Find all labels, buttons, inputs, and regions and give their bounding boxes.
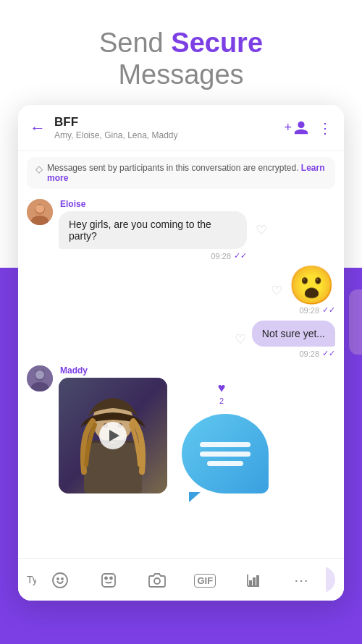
sent-bubble: Not sure yet... — [252, 321, 335, 347]
chat-members: Amy, Eloise, Gina, Lena, Maddy — [54, 130, 284, 140]
gif-label: GIF — [194, 574, 216, 588]
chat-header: ← BFF Amy, Eloise, Gina, Lena, Maddy + ⋮ — [18, 105, 344, 151]
add-member-button[interactable]: + — [284, 120, 309, 136]
messages-area: Eloise Hey girls, are you coming to the … — [18, 195, 344, 558]
message-time: 09:28 — [211, 252, 231, 260]
gif-toolbar-button[interactable]: GIF — [190, 566, 219, 595]
chat-card: ← BFF Amy, Eloise, Gina, Lena, Maddy + ⋮… — [18, 105, 344, 601]
hero-line2: Messages — [118, 59, 243, 90]
emoji-time: 09:28 — [299, 306, 319, 315]
emoji-icon — [51, 572, 69, 589]
media-actions: ♥ 2 — [174, 381, 269, 493]
svg-point-19 — [154, 578, 160, 584]
header-actions: + ⋮ — [284, 119, 332, 137]
maddy-avatar-img — [27, 365, 53, 391]
hero-line1: Send — [99, 27, 171, 58]
camera-toolbar-button[interactable] — [143, 566, 172, 595]
emoji-wrap: 😮 09:28 ✓✓ — [288, 266, 335, 315]
sent-heart-button[interactable]: ♡ — [235, 331, 246, 347]
sticker-toolbar-button[interactable] — [94, 566, 123, 595]
encrypted-notice: ◇ Messages sent by participants in this … — [27, 157, 335, 189]
chat-line-1 — [200, 442, 251, 447]
read-receipt: ✓✓ — [234, 251, 247, 260]
emoji-read-receipt: ✓✓ — [322, 305, 335, 315]
maddy-avatar — [27, 365, 53, 391]
chat-name: BFF — [54, 115, 284, 130]
heart-count[interactable]: ♥ 2 — [218, 381, 226, 405]
svg-point-13 — [53, 573, 67, 588]
svg-point-17 — [105, 577, 107, 580]
encrypted-notice-text: Messages sent by participants in this co… — [47, 163, 299, 173]
toolbar: GIF ⋯ — [36, 560, 326, 601]
hero-title: Send Secure Messages — [22, 27, 340, 90]
svg-rect-23 — [253, 577, 256, 586]
encrypted-text: Messages sent by participants in this co… — [47, 163, 327, 183]
more-icon: ⋯ — [294, 572, 309, 589]
message-bubble: Hey girls, are you coming to the party? — [59, 211, 247, 249]
sent-wrap: Not sure yet... 09:28 ✓✓ — [252, 321, 335, 358]
maddy-media-row: ♥ 2 — [59, 378, 269, 493]
person-icon — [293, 120, 309, 136]
sticker-icon — [100, 572, 117, 589]
avatar — [27, 199, 53, 225]
filled-heart-icon: ♥ — [218, 381, 226, 396]
message-meta: 09:28 ✓✓ — [59, 251, 247, 260]
maddy-sender-name: Maddy — [59, 365, 269, 376]
bubble-wrap: Eloise Hey girls, are you coming to the … — [59, 199, 247, 260]
svg-point-18 — [110, 577, 112, 580]
svg-rect-24 — [256, 575, 259, 586]
svg-rect-10 — [84, 443, 142, 493]
eloise-avatar — [27, 199, 53, 225]
sent-read-receipt: ✓✓ — [322, 349, 335, 358]
chat-line-2 — [200, 452, 251, 457]
right-pill-decoration — [349, 289, 362, 355]
heart-count-number: 2 — [219, 397, 224, 405]
emoji-meta: 09:28 ✓✓ — [299, 305, 335, 315]
svg-rect-16 — [102, 574, 115, 587]
chart-toolbar-button[interactable] — [239, 566, 268, 595]
sent-time: 09:28 — [299, 349, 319, 358]
shield-icon: ◇ — [35, 164, 43, 174]
emoji-heart-button[interactable]: ♡ — [271, 283, 282, 299]
svg-point-3 — [35, 204, 44, 213]
sender-name: Eloise — [59, 199, 247, 209]
chat-info: BFF Amy, Eloise, Gina, Lena, Maddy — [54, 115, 284, 140]
more-options-button[interactable]: ⋮ — [318, 119, 332, 137]
message-row: Eloise Hey girls, are you coming to the … — [27, 199, 335, 260]
hero-title-bold: Secure — [171, 27, 263, 58]
chart-icon — [245, 572, 262, 589]
sent-message-row: Not sure yet... 09:28 ✓✓ ♡ — [27, 321, 335, 358]
emoji-bubble: 😮 — [288, 266, 335, 304]
more-toolbar-button[interactable]: ⋯ — [287, 566, 316, 595]
chat-line-3 — [207, 461, 243, 466]
svg-point-15 — [62, 578, 63, 580]
emoji-message-row: 😮 09:28 ✓✓ ♡ — [27, 266, 335, 315]
svg-point-7 — [35, 370, 44, 379]
play-icon — [109, 430, 119, 441]
heart-button[interactable]: ♡ — [256, 222, 267, 238]
svg-rect-22 — [249, 580, 252, 586]
back-button[interactable]: ← — [30, 119, 46, 137]
maddy-message-row: Maddy — [27, 365, 335, 493]
video-thumbnail[interactable] — [59, 378, 167, 493]
sent-meta: 09:28 ✓✓ — [299, 349, 335, 358]
maddy-content: Maddy — [59, 365, 269, 493]
emoji-toolbar-button[interactable] — [46, 566, 75, 595]
hero-section: Send Secure Messages — [0, 0, 362, 112]
add-icon: + — [284, 120, 292, 135]
chat-3d-icon — [182, 414, 269, 493]
play-button[interactable] — [99, 422, 127, 449]
svg-point-14 — [57, 578, 59, 580]
camera-icon — [148, 572, 166, 589]
